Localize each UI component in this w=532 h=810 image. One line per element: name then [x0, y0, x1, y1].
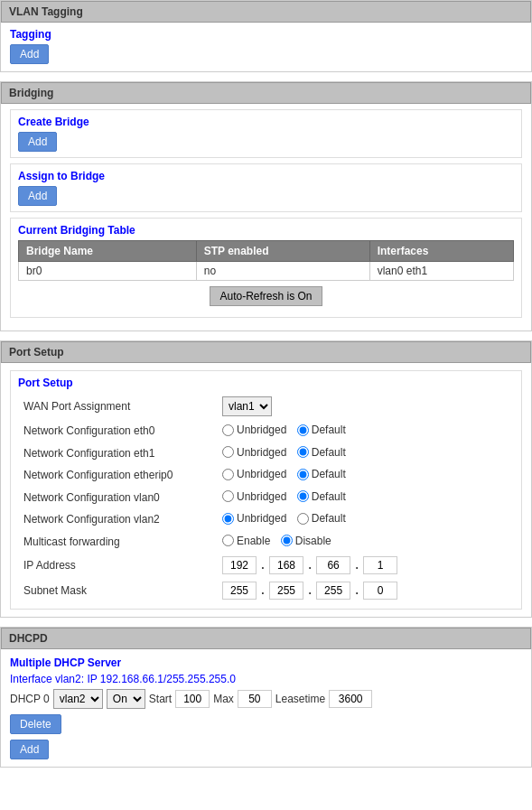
wan-port-select[interactable]: vlan0vlan1vlan2eth0eth1: [222, 396, 272, 416]
unbridged-group: Unbridged: [222, 424, 286, 436]
subnet-mask-label: Subnet Mask: [18, 578, 217, 603]
net-config-options: Unbridged Default: [217, 508, 514, 531]
ip-field-2[interactable]: [269, 556, 303, 574]
network-config-row: Network Configuration eth1 Unbridged Def…: [18, 442, 514, 465]
ip-field-1[interactable]: [222, 556, 257, 574]
unbridged-label: Unbridged: [237, 512, 286, 525]
subnet-sep-1: .: [261, 584, 264, 597]
unbridged-radio[interactable]: [222, 469, 234, 480]
network-config-row: Network Configuration vlan0 Unbridged De…: [18, 487, 514, 509]
unbridged-label: Unbridged: [237, 424, 286, 436]
unbridged-label: Unbridged: [237, 446, 286, 459]
unbridged-group: Unbridged: [222, 512, 286, 525]
subnet-field-4[interactable]: [363, 582, 397, 600]
unbridged-group: Unbridged: [222, 490, 286, 503]
dhcp-start-input[interactable]: [175, 690, 210, 708]
vlan-tagging-header: VLAN Tagging: [1, 1, 531, 23]
col-interfaces: Interfaces: [369, 241, 513, 262]
net-config-label: Network Configuration eth1: [18, 442, 217, 465]
dhcp-leasetime-label: Leasetime: [275, 693, 325, 705]
auto-refresh-button[interactable]: Auto-Refresh is On: [210, 286, 322, 306]
ip-address-fields: . . .: [217, 553, 514, 578]
create-bridge-box: Create Bridge Add: [10, 109, 522, 158]
multicast-enable-radio[interactable]: [222, 535, 234, 546]
net-config-options: Unbridged Default: [217, 487, 514, 509]
bridging-table: Bridge Name STP enabled Interfaces br0 n…: [18, 240, 514, 281]
bridging-header: Bridging: [1, 82, 531, 104]
default-radio[interactable]: [297, 469, 309, 480]
port-setup-title: Port Setup: [9, 346, 64, 358]
unbridged-label: Unbridged: [237, 490, 286, 503]
multicast-disable-radio[interactable]: [281, 535, 293, 546]
ip-sep-1: .: [261, 559, 264, 572]
create-bridge-add-button[interactable]: Add: [18, 132, 57, 152]
default-group: Default: [297, 490, 346, 503]
subnet-field-3[interactable]: [316, 582, 350, 600]
unbridged-radio[interactable]: [222, 513, 234, 525]
tagging-subsection-title: Tagging: [10, 28, 522, 41]
default-radio[interactable]: [297, 490, 309, 502]
net-config-label: Network Configuration vlan2: [18, 508, 217, 531]
unbridged-radio[interactable]: [222, 424, 234, 436]
dhcp-delete-button[interactable]: Delete: [10, 714, 61, 734]
default-radio[interactable]: [297, 424, 309, 436]
net-config-options: Unbridged Default: [217, 464, 514, 487]
dhcp-leasetime-input[interactable]: [329, 690, 372, 708]
default-radio[interactable]: [297, 446, 309, 458]
subnet-field-1[interactable]: [222, 582, 257, 600]
dhcp-start-label: Start: [149, 693, 172, 705]
dhcp-add-wrapper: Add: [10, 740, 522, 759]
wan-port-value: vlan0vlan1vlan2eth0eth1: [217, 393, 514, 420]
default-group: Default: [297, 512, 346, 525]
default-label: Default: [312, 446, 346, 459]
subnet-sep-3: .: [355, 584, 358, 597]
dhcp-max-input[interactable]: [238, 690, 272, 708]
interfaces-cell: vlan0 eth1: [369, 262, 513, 281]
table-row: br0 no vlan0 eth1: [19, 262, 514, 281]
dhcp-label: DHCP 0: [10, 693, 50, 705]
port-setup-table: WAN Port Assignment vlan0vlan1vlan2eth0e…: [18, 393, 514, 603]
current-bridging-table-box: Current Bridging Table Bridge Name STP e…: [10, 218, 522, 318]
dhcpd-title: DHCPD: [9, 632, 48, 645]
col-stp-enabled: STP enabled: [196, 241, 369, 262]
ip-sep-2: .: [308, 559, 311, 572]
subnet-field-2[interactable]: [269, 582, 303, 600]
vlan-add-button[interactable]: Add: [10, 44, 49, 64]
subnet-mask-fields: . . .: [217, 578, 514, 603]
multicast-enable-group: Enable: [222, 535, 270, 547]
dhcp-config-row: DHCP 0 vlan0vlan1vlan2 OnOff Start Max L…: [10, 689, 522, 709]
unbridged-label: Unbridged: [237, 468, 286, 480]
port-setup-subsection-title: Port Setup: [18, 377, 514, 389]
ip-sep-3: .: [355, 559, 358, 572]
default-label: Default: [312, 490, 346, 503]
ip-field-3[interactable]: [316, 556, 350, 574]
unbridged-group: Unbridged: [222, 468, 286, 480]
port-setup-inner: Port Setup WAN Port Assignment vlan0vlan…: [10, 370, 522, 610]
ip-field-4[interactable]: [363, 556, 397, 574]
ip-address-row: IP Address . . .: [18, 553, 514, 578]
subnet-mask-row: Subnet Mask . . .: [18, 578, 514, 603]
subnet-sep-2: .: [308, 584, 311, 597]
dhcp-interface-select[interactable]: vlan0vlan1vlan2: [53, 689, 103, 709]
assign-bridge-add-button[interactable]: Add: [18, 186, 57, 206]
dhcp-add-button[interactable]: Add: [10, 740, 49, 759]
default-label: Default: [312, 424, 346, 436]
net-config-label: Network Configuration vlan0: [18, 487, 217, 509]
unbridged-radio[interactable]: [222, 446, 234, 458]
dhcpd-header: DHCPD: [1, 628, 531, 649]
network-config-row: Network Configuration eth0 Unbridged Def…: [18, 420, 514, 442]
bridging-section: Bridging Create Bridge Add Assign to Bri…: [0, 81, 532, 331]
dhcp-max-label: Max: [213, 693, 234, 705]
dhcp-onoff-select[interactable]: OnOff: [107, 689, 145, 709]
dhcpd-section: DHCPD Multiple DHCP Server Interface vla…: [0, 627, 532, 768]
default-radio[interactable]: [297, 513, 309, 525]
port-setup-section: Port Setup Port Setup WAN Port Assignmen…: [0, 340, 532, 618]
bridge-name-cell: br0: [19, 262, 197, 281]
default-label: Default: [312, 468, 346, 480]
default-group: Default: [297, 424, 346, 436]
create-bridge-title: Create Bridge: [18, 116, 514, 128]
unbridged-radio[interactable]: [222, 490, 234, 502]
net-config-label: Network Configuration etherip0: [18, 464, 217, 487]
default-group: Default: [297, 468, 346, 480]
net-config-options: Unbridged Default: [217, 442, 514, 465]
